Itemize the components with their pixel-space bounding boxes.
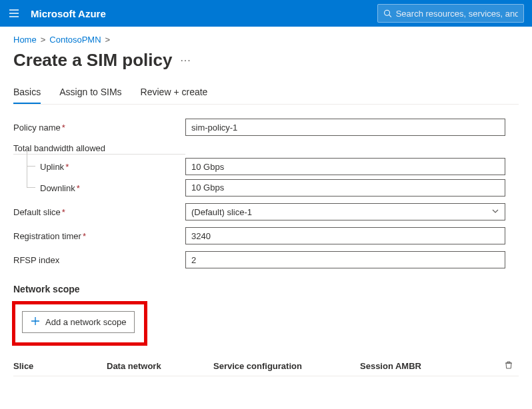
network-scope-heading: Network scope xyxy=(13,284,519,294)
col-data-network: Data network xyxy=(107,361,213,371)
hamburger-menu-icon[interactable] xyxy=(8,7,20,19)
tabs: Basics Assign to SIMs Review + create xyxy=(13,87,519,105)
downlink-label: Downlink* xyxy=(13,183,185,193)
downlink-input[interactable] xyxy=(185,179,505,197)
add-network-scope-button[interactable]: Add a network scope xyxy=(22,311,135,333)
search-icon xyxy=(383,9,392,18)
breadcrumb-sep: > xyxy=(41,35,46,45)
global-search[interactable] xyxy=(377,4,524,23)
add-network-scope-label: Add a network scope xyxy=(45,317,126,327)
plus-icon xyxy=(31,316,40,328)
azure-top-bar: Microsoft Azure xyxy=(0,0,532,27)
rfsp-index-label: RFSP index xyxy=(13,255,185,265)
policy-name-input[interactable] xyxy=(185,119,505,136)
highlight-annotation: Add a network scope xyxy=(12,301,147,346)
bandwidth-group-label: Total bandwidth allowed xyxy=(13,143,185,155)
page-title: Create a SIM policy xyxy=(13,50,172,71)
brand-label: Microsoft Azure xyxy=(31,8,106,19)
more-actions-button[interactable]: ··· xyxy=(180,55,191,67)
tab-basics[interactable]: Basics xyxy=(13,87,41,104)
default-slice-label: Default slice* xyxy=(13,207,185,217)
col-slice: Slice xyxy=(13,361,107,371)
tab-review-create[interactable]: Review + create xyxy=(141,87,208,104)
uplink-input[interactable] xyxy=(185,158,505,175)
chevron-down-icon xyxy=(491,207,499,217)
breadcrumb-resource[interactable]: ContosoPMN xyxy=(49,35,101,45)
svg-line-1 xyxy=(389,15,391,17)
col-service-config: Service configuration xyxy=(213,361,360,371)
rfsp-index-input[interactable] xyxy=(185,251,505,268)
registration-timer-label: Registration timer* xyxy=(13,231,185,241)
registration-timer-input[interactable] xyxy=(185,227,505,244)
page-content: Home > ContosoPMN > Create a SIM policy … xyxy=(0,27,532,376)
default-slice-value: (Default) slice-1 xyxy=(191,207,252,217)
default-slice-select[interactable]: (Default) slice-1 xyxy=(185,203,505,220)
network-scope-table-header: Slice Data network Service configuration… xyxy=(13,360,519,376)
breadcrumb-home[interactable]: Home xyxy=(13,35,37,45)
menu-icon xyxy=(8,7,20,19)
policy-name-label: Policy name* xyxy=(13,123,185,133)
tab-assign-to-sims[interactable]: Assign to SIMs xyxy=(59,87,121,104)
col-session-ambr: Session AMBR xyxy=(360,361,499,371)
trash-icon[interactable] xyxy=(504,360,513,372)
breadcrumb-sep: > xyxy=(105,35,111,45)
uplink-label: Uplink* xyxy=(13,162,185,172)
search-input[interactable] xyxy=(396,9,518,19)
breadcrumb: Home > ContosoPMN > xyxy=(13,35,519,45)
svg-point-0 xyxy=(385,10,390,15)
